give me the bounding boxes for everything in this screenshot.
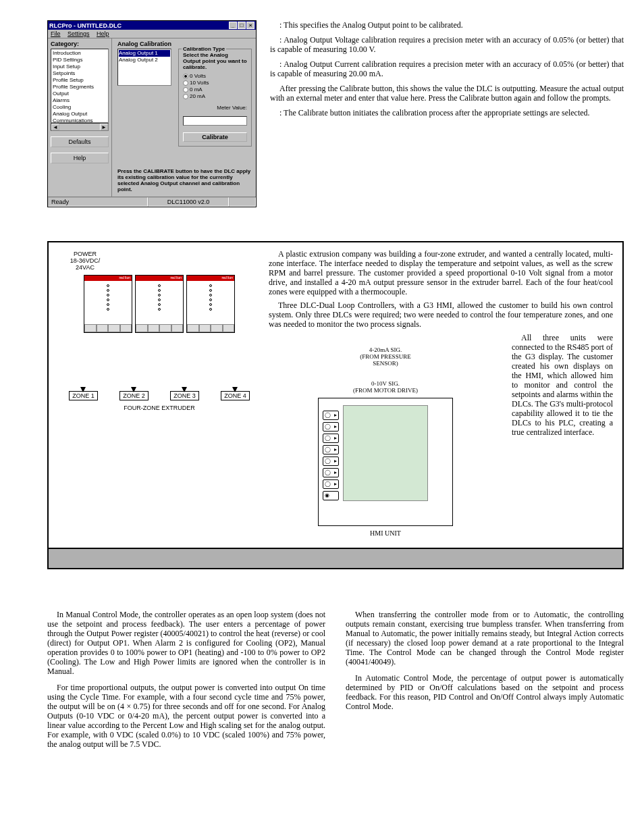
dlc-unit: red lion bbox=[135, 275, 184, 333]
minimize-icon[interactable]: _ bbox=[229, 22, 237, 29]
h-scrollbar[interactable]: ◄► bbox=[51, 123, 109, 131]
hmi-label: HMI UNIT bbox=[269, 529, 502, 538]
para: : The Calibrate button initiates the cal… bbox=[270, 108, 624, 118]
meter-value-input[interactable] bbox=[183, 116, 247, 126]
para: All three units were connected to the RS… bbox=[512, 333, 613, 437]
radio-icon bbox=[183, 94, 188, 99]
grey-bar bbox=[49, 548, 622, 568]
dlc-unit: red lion bbox=[84, 275, 132, 333]
hmi-side-button: ◯▸ bbox=[323, 468, 339, 477]
statusbar: Ready DLC11000 v2.0 bbox=[48, 197, 256, 207]
para: When transferring the controller mode fr… bbox=[346, 610, 624, 667]
control-mode-text: In Manual Control Mode, the controller o… bbox=[47, 610, 624, 756]
hmi-unit: red lion ◯▸ ◯▸ ◯▸ ◯▸ ◯▸ ◯▸ ◯▸ ◉ bbox=[318, 398, 453, 526]
status-empty bbox=[229, 197, 256, 207]
output-item-selected[interactable]: Analog Output 1 bbox=[119, 50, 170, 57]
para: : Analog Output Voltage calibration requ… bbox=[270, 35, 624, 54]
defaults-button[interactable]: Defaults bbox=[51, 136, 109, 147]
category-label: Category: bbox=[51, 41, 109, 47]
radio-icon bbox=[183, 87, 188, 93]
hmi-diagram: 4-20mA SIG. (FROM PRESSURE SENSOR) 0-10V… bbox=[269, 333, 502, 538]
output-list[interactable]: Analog Output 1 Analog Output 2 bbox=[117, 49, 171, 86]
para: : This specifies the Analog Output point… bbox=[270, 20, 624, 30]
radio-10v[interactable]: 10 Volts bbox=[183, 80, 247, 86]
sig-label-2: 0-10V SIG. (FROM MOTOR DRIVE) bbox=[269, 380, 502, 394]
calibration-description: : This specifies the Analog Output point… bbox=[270, 20, 624, 207]
menu-settings[interactable]: Settings bbox=[68, 30, 90, 37]
para: In Automatic Control Mode, the percentag… bbox=[346, 673, 624, 711]
extruder-label: FOUR-ZONE EXTRUDER bbox=[58, 405, 261, 411]
cat-item[interactable]: Profile Setup bbox=[52, 77, 107, 84]
case-study-text: A plastic extrusion company was building… bbox=[269, 249, 613, 538]
menu-help[interactable]: Help bbox=[97, 30, 109, 37]
cat-item[interactable]: Alarms bbox=[52, 97, 107, 104]
cat-item[interactable]: Introduction bbox=[52, 50, 107, 57]
titlebar: RLCPro - UNTITLED.DLC _ □ × bbox=[48, 21, 256, 30]
cat-item[interactable]: Output bbox=[52, 90, 107, 97]
hmi-side-button: ◯▸ bbox=[323, 445, 339, 454]
hmi-side-button: ◯▸ bbox=[323, 434, 339, 443]
radio-icon bbox=[183, 80, 188, 86]
para: A plastic extrusion company was building… bbox=[269, 249, 613, 296]
radio-icon bbox=[183, 74, 188, 79]
cat-item[interactable]: Cooling bbox=[52, 104, 107, 111]
calibration-instruction: Press the CALIBRATE button to have the D… bbox=[117, 168, 252, 192]
meter-value-label: Meter Value: bbox=[183, 105, 247, 111]
hmi-side-button: ◯▸ bbox=[323, 411, 339, 420]
sig-label-1: 4-20mA SIG. (FROM PRESSURE SENSOR) bbox=[269, 346, 502, 367]
zone-row: ZONE 1 ZONE 2 ZONE 3 ZONE 4 bbox=[58, 387, 261, 399]
hmi-screen bbox=[343, 405, 428, 501]
para: After pressing the Calibrate button, thi… bbox=[270, 84, 624, 103]
maximize-icon[interactable]: □ bbox=[238, 22, 246, 29]
radio-0v[interactable]: 0 Volts bbox=[183, 73, 247, 79]
para: : Analog Output Current calibration requ… bbox=[270, 59, 624, 78]
output-item[interactable]: Analog Output 2 bbox=[119, 57, 170, 63]
radio-0ma[interactable]: 0 mA bbox=[183, 86, 247, 93]
para: Three DLC-Dual Loop Controllers, with a … bbox=[269, 301, 613, 329]
case-study-box: POWER 18-36VDC/ 24VAC red lion red lion … bbox=[47, 241, 624, 569]
hmi-side-button: ◯▸ bbox=[323, 479, 339, 489]
hmi-side-button: ◯▸ bbox=[323, 457, 339, 466]
hmi-side-button: ◯▸ bbox=[323, 422, 339, 432]
cal-type-legend: Calibration Type bbox=[182, 46, 226, 52]
help-button[interactable]: Help bbox=[51, 153, 109, 163]
category-list[interactable]: Introduction PID Settings Input Setup Se… bbox=[51, 49, 109, 123]
cat-item[interactable]: Communications bbox=[52, 118, 107, 123]
right-column: When transferring the controller mode fr… bbox=[346, 610, 624, 756]
hmi-side-button: ◉ bbox=[323, 491, 339, 500]
cat-item[interactable]: PID Settings bbox=[52, 57, 107, 63]
radio-20ma[interactable]: 20 mA bbox=[183, 93, 247, 99]
extruder-diagram: POWER 18-36VDC/ 24VAC red lion red lion … bbox=[58, 249, 261, 538]
cal-type-hint: Select the Analog Output point you want … bbox=[183, 52, 247, 70]
cat-item[interactable]: Setpoints bbox=[52, 70, 107, 77]
app-window: RLCPro - UNTITLED.DLC _ □ × File Setting… bbox=[47, 20, 257, 207]
dlc-unit: red lion bbox=[186, 275, 235, 333]
left-column: In Manual Control Mode, the controller o… bbox=[47, 610, 325, 756]
cat-item[interactable]: Input Setup bbox=[52, 63, 107, 70]
status-ready: Ready bbox=[48, 197, 148, 207]
menu-file[interactable]: File bbox=[51, 30, 61, 37]
menubar[interactable]: File Settings Help bbox=[48, 30, 256, 38]
cat-item[interactable]: Analog Output bbox=[52, 111, 107, 118]
status-version: DLC11000 v2.0 bbox=[148, 197, 229, 207]
close-icon[interactable]: × bbox=[246, 22, 254, 29]
power-label: POWER 18-36VDC/ 24VAC bbox=[58, 249, 112, 272]
para: For time proportional outputs, the outpu… bbox=[47, 683, 325, 749]
app-title: RLCPro - UNTITLED.DLC bbox=[49, 22, 122, 29]
calibrate-button[interactable]: Calibrate bbox=[183, 132, 247, 142]
cat-item[interactable]: Profile Segments bbox=[52, 84, 107, 90]
para: In Manual Control Mode, the controller o… bbox=[47, 610, 325, 676]
calibration-type-group: Calibration Type Select the Analog Outpu… bbox=[178, 49, 252, 147]
